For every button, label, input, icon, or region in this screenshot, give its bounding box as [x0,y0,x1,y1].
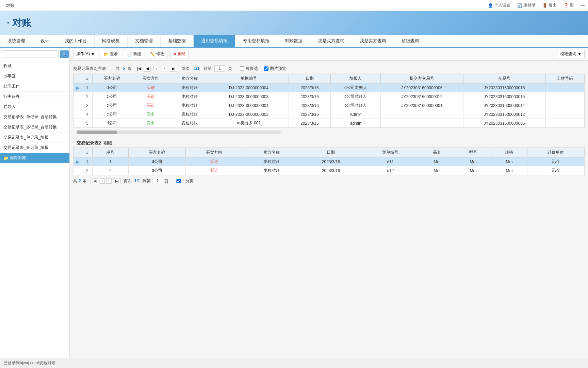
detail-col-priceunit[interactable]: 计价单位 [527,148,584,157]
main-prev-page-btn[interactable]: ‹ [153,66,159,71]
main-table-row[interactable]: 3 c公司 买进 麦粒对账 DJ-2023-0000000001 2023/3/… [74,101,585,110]
nav-doc-mgmt[interactable]: 文档管理 [128,35,161,47]
nav-general-trade[interactable]: 通用交易填报 [194,35,235,47]
main-col-reporter[interactable]: 填报人 [331,74,381,83]
main-col-seller[interactable]: 卖方名称 [170,74,209,83]
sidebar-item-favorites[interactable]: 收藏 [0,61,69,71]
delete-button[interactable]: ✕ 删除 [170,50,189,58]
detail-col-seq[interactable]: 序号 [93,148,129,157]
sidebar-item-multi-fill[interactable]: 交易记录表_多记录_填报 [0,143,69,153]
row-select-indicator [74,119,82,128]
nav-system-mgmt[interactable]: 系统管理 [0,35,33,47]
main-table-row[interactable]: 5 d公司 卖出 麦粒对账 m卖出多-001 2023/3/15 admin J… [74,119,585,128]
nav-special-trade[interactable]: 专用交易填报 [235,35,277,47]
detail-table-row[interactable]: ▶ 1 1 d公司 买进 麦粒对账 2023/3/16 d11 Mm Mm Mm… [74,157,585,166]
main-col-submitno[interactable]: 提交方交易号 [381,74,463,83]
detail-prev-btn[interactable]: ‹ [100,178,105,184]
detail-table-row[interactable]: 2 2 d公司 买进 麦粒对账 2023/3/16 d12 Mm Mm Mm 元… [74,166,585,175]
detail-col-date[interactable]: 日期 [300,148,362,157]
row-plateno [545,119,584,128]
edit-button[interactable]: ✏️ 修改 [147,50,167,58]
sidebar-item-single-auto[interactable]: 交易记录表_单记录_自动转换 [0,112,69,122]
main-col-date[interactable]: 日期 [289,74,331,83]
main-table: # 买方名称 买卖方向 卖方名称 单据编号 日期 填报人 提交方交易号 交易号 … [73,74,585,128]
main-col-buyer[interactable]: 买方名称 [93,74,131,83]
detail-col-model[interactable]: 型号 [455,148,491,157]
detail-first-btn[interactable]: |◀ [91,178,98,184]
nav-buyer-query[interactable]: 我是买方查询 [310,35,352,47]
sidebar-item-import[interactable]: 易导入 [0,102,69,112]
logout-btn[interactable]: 🚪 退出 [542,2,557,8]
main-table-row[interactable]: 2 c公司 买进 麦粒对账 DJ-2023-0000000003 2023/3/… [74,92,585,101]
detail-table: # 序号 买方名称 买卖方向 卖方名称 日期 凭单编号 品名 型号 规格 计价单… [73,148,585,175]
detail-col-num[interactable]: # [82,148,93,157]
nav-account-data[interactable]: 对账数据 [277,35,310,47]
detail-table-section: 交易记录表2_明细 # 序号 买方名称 买卖方向 卖方名称 日期 凭单编号 品名… [73,138,585,175]
main-col-plateno[interactable]: 车牌号码 [545,74,584,83]
row-docno: DJ-2023-0000000003 [209,92,289,101]
personal-settings-btn[interactable]: 👤 个人设置 [488,2,510,8]
sidebar-item-work[interactable]: 处理工作 [0,81,69,92]
main-horizontal-scroll[interactable] [77,131,281,134]
detail-col-spec[interactable]: 规格 [491,148,527,157]
nav-seller-query[interactable]: 我是卖方查询 [352,35,394,47]
new-button[interactable]: 📄 新建 [124,50,144,58]
main-col-num[interactable]: # [82,74,93,83]
detail-col-buyer[interactable]: 买方名称 [128,148,185,157]
nav-design[interactable]: 设计 [33,35,57,47]
nav-network-disk[interactable]: 网络硬盘 [95,35,128,47]
detail-count: 2 [79,179,81,183]
main-col-tradeno[interactable]: 交易号 [463,74,545,83]
sidebar-search-button[interactable]: 🔍 [60,50,69,58]
image-preview-checkbox[interactable] [264,66,268,71]
detail-row-buyer: d公司 [128,157,185,166]
fuzzy-query-button[interactable]: 模糊查询 ▼ [557,50,585,58]
row-date: 2023/3/16 [289,110,331,119]
row-tradeno: JY2023031600000012 [463,110,545,119]
operation-dropdown[interactable]: 操作(A) ▼ [73,50,98,58]
detail-next-btn[interactable]: › [106,178,112,184]
detail-page-input[interactable] [152,178,163,184]
sidebar-item-multi-auto[interactable]: 交易记录表_多记录_自动转换 [0,122,69,133]
sidebar-item-affairs[interactable]: 办事宜 [0,71,69,81]
sidebar-item-mailiang-account[interactable]: 📁 麦粒对账 [0,153,69,163]
delete-icon: ✕ [173,52,177,57]
sidebar-item-pending[interactable]: 行中待办 [0,92,69,102]
detail-col-direction[interactable]: 买卖方向 [185,148,243,157]
image-preview-label[interactable]: 图片预览 [264,66,286,72]
main-last-page-btn[interactable]: ▶| [170,66,178,72]
sidebar-search-input[interactable] [3,50,59,58]
detail-pagination-checkbox[interactable] [173,179,184,183]
multiselect-checkbox[interactable] [240,66,244,71]
main-col-direction[interactable]: 买卖方向 [131,74,170,83]
view-button[interactable]: 📂 查看 [101,50,121,58]
row-direction: 卖出 [131,119,170,128]
main-col-docno[interactable]: 单据编号 [209,74,289,83]
detail-col-seller[interactable]: 卖方名称 [243,148,300,157]
row-submitno [381,119,463,128]
help-btn[interactable]: ❓ 帮 [564,2,574,8]
folder-icon: 📁 [3,156,9,160]
main-next-page-btn[interactable]: › [162,66,167,71]
multiselect-label[interactable]: 可多选 [240,66,258,72]
main-page-input[interactable] [214,65,225,72]
detail-row-indicator [74,166,82,175]
relogin-btn[interactable]: 🔄 重登录 [517,2,536,8]
row-plateno [545,101,584,110]
main-table-row[interactable]: ▶ 1 d公司 买进 麦粒对账 DJ-2023-0000000004 2023/… [74,83,585,92]
row-submitno: JY2023031600000012 [381,92,463,101]
main-first-page-btn[interactable]: ◀ [144,66,151,72]
sidebar-item-single-fill[interactable]: 交易记录表_单记录_填报 [0,133,69,143]
nav-super-query[interactable]: 超级查询 [394,35,427,47]
detail-col-voucherno[interactable]: 凭单编号 [362,148,419,157]
nav-workbench[interactable]: 我的工作台 [57,35,95,47]
detail-col-product[interactable]: 品名 [419,148,455,157]
minimize-btn[interactable]: — [581,2,585,8]
main-table-row[interactable]: 4 c公司 卖出 麦粒对账 DJ-2023-0000000002 2023/3/… [74,110,585,119]
main-scroll-thumb[interactable] [77,131,117,134]
row-date: 2023/3/15 [289,119,331,128]
detail-last-btn[interactable]: ▶| [113,178,121,184]
row-docno: m卖出多-001 [209,119,289,128]
nav-basic-data[interactable]: 基础数据 [161,35,194,47]
detail-pagination-checkbox-label[interactable]: 分页 [173,178,194,184]
